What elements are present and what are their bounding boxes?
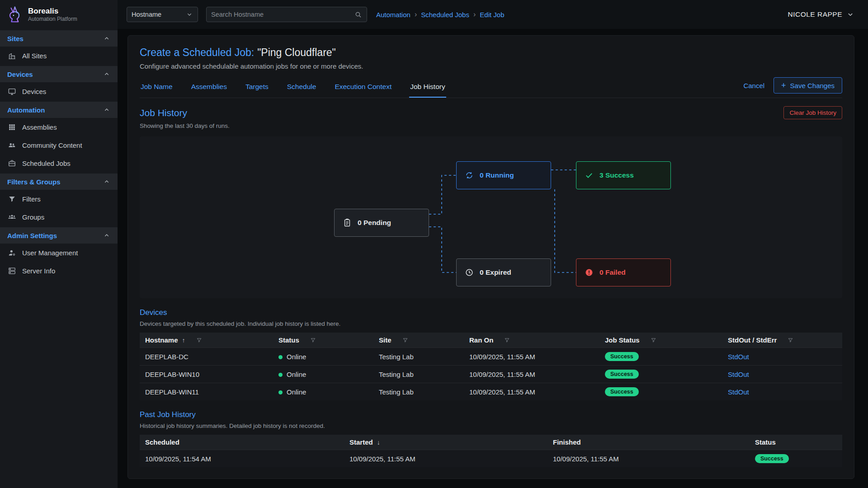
sidebar-item-scheduled-jobs[interactable]: Scheduled Jobs [0, 154, 118, 172]
column-header-hostname[interactable]: Hostname↑ [140, 333, 273, 348]
cell-status: Online [273, 366, 373, 383]
chevron-down-icon [846, 10, 854, 19]
flow-node-label: 0 Expired [480, 268, 511, 277]
sidebar-section-automation[interactable]: Automation [0, 102, 118, 118]
search-icon[interactable] [354, 11, 362, 19]
flow-node-failed[interactable]: 0 Failed [576, 258, 671, 286]
page-subtitle: Configure advanced schedulable automatio… [140, 62, 842, 70]
stdout-link[interactable]: StdOut [728, 371, 749, 378]
sidebar-section-label: Automation [7, 106, 45, 114]
column-header-job-status[interactable]: Job Status [599, 333, 722, 348]
sidebar-item-filters[interactable]: Filters [0, 190, 118, 208]
sidebar-item-user-management[interactable]: User Management [0, 244, 118, 262]
flow-node-label: 3 Success [599, 171, 634, 179]
sidebar-item-all-sites[interactable]: All Sites [0, 47, 118, 65]
clock-icon [465, 268, 474, 277]
breadcrumb-separator-icon: › [473, 10, 476, 19]
cell-site: Testing Lab [373, 348, 464, 366]
stdout-link[interactable]: StdOut [728, 388, 749, 396]
tab-job-history[interactable]: Job History [409, 78, 446, 98]
column-header-status[interactable]: Status [273, 333, 373, 348]
brand-text: Borealis Automation Platform [28, 7, 77, 22]
brand: Borealis Automation Platform [0, 0, 118, 29]
sidebar-item-devices[interactable]: Devices [0, 82, 118, 100]
column-label: Started [349, 438, 373, 446]
cell-job-status: Success [599, 366, 722, 383]
tab-schedule[interactable]: Schedule [286, 78, 317, 98]
column-header-ran-on[interactable]: Ran On [464, 333, 599, 348]
sidebar-item-label: Community Content [22, 141, 82, 149]
flow-node-expired[interactable]: 0 Expired [456, 258, 551, 286]
column-filter-icon[interactable] [310, 337, 316, 343]
column-header-started[interactable]: Started↓ [344, 435, 547, 450]
stdout-link[interactable]: StdOut [728, 353, 749, 361]
cancel-button[interactable]: Cancel [743, 82, 764, 89]
hostname-select[interactable]: Hostname [127, 7, 198, 22]
column-header-scheduled[interactable]: Scheduled [140, 435, 344, 450]
tab-targets[interactable]: Targets [245, 78, 269, 98]
column-header-status[interactable]: Status [750, 435, 842, 450]
chevron-up-icon [103, 232, 110, 239]
column-header-stdout-stderr[interactable]: StdOut / StdErr [722, 333, 842, 348]
people-icon [8, 141, 16, 150]
cell-scheduled: 10/09/2025, 11:54 AM [140, 450, 344, 468]
breadcrumb-scheduled-jobs[interactable]: Scheduled Jobs [421, 11, 469, 19]
column-filter-icon[interactable] [402, 337, 409, 343]
table-row[interactable]: 10/09/2025, 11:54 AM 10/09/2025, 11:55 A… [140, 450, 842, 468]
tab-job-name[interactable]: Job Name [140, 78, 174, 98]
devices-subtext: Devices targeted by this scheduled job. … [140, 320, 842, 327]
user-menu[interactable]: NICOLE RAPPE [788, 10, 854, 19]
tab-execution-context[interactable]: Execution Context [334, 78, 392, 98]
cell-ran-on: 10/09/2025, 11:55 AM [464, 366, 599, 383]
flow-node-pending[interactable]: 0 Pending [334, 209, 429, 237]
flow-node-label: 0 Pending [358, 219, 391, 227]
chevron-up-icon [103, 178, 110, 185]
column-filter-icon[interactable] [787, 337, 794, 343]
job-history-heading: Job History [140, 108, 187, 118]
cell-hostname: DEEPLAB-WIN10 [140, 366, 273, 383]
monitor-icon [8, 87, 16, 96]
flow-node-running[interactable]: 0 Running [456, 161, 551, 189]
column-filter-icon[interactable] [650, 337, 657, 343]
breadcrumb-automation[interactable]: Automation [376, 11, 410, 19]
column-label: Status [755, 438, 776, 446]
tab-assemblies[interactable]: Assemblies [190, 78, 228, 98]
sort-descending-icon[interactable]: ↓ [377, 439, 380, 446]
table-row[interactable]: DEEPLAB-WIN10 Online Testing Lab 10/09/2… [140, 366, 842, 383]
breadcrumb-separator-icon: › [415, 10, 417, 19]
cell-hostname: DEEPLAB-WIN11 [140, 383, 273, 401]
sidebar-item-community-content[interactable]: Community Content [0, 136, 118, 154]
tab-actions: Cancel + Save Changes [743, 77, 842, 98]
cell-hostname: DEEPLAB-DC [140, 348, 273, 366]
devices-table: Hostname↑ Status Site Ran On Job Status … [140, 333, 842, 400]
sidebar-item-server-info[interactable]: Server Info [0, 262, 118, 280]
sidebar-section-filters-groups[interactable]: Filters & Groups [0, 174, 118, 190]
sidebar-section-devices[interactable]: Devices [0, 66, 118, 82]
sidebar-item-assemblies[interactable]: Assemblies [0, 118, 118, 136]
sidebar-section-sites[interactable]: Sites [0, 30, 118, 47]
column-label: Status [278, 336, 299, 344]
column-label: Hostname [145, 336, 178, 344]
column-header-site[interactable]: Site [373, 333, 464, 348]
cell-site: Testing Lab [373, 366, 464, 383]
column-label: Site [379, 336, 392, 344]
cell-ran-on: 10/09/2025, 11:55 AM [464, 348, 599, 366]
breadcrumb-edit-job[interactable]: Edit Job [480, 11, 504, 19]
page-title-job-name: "Ping Cloudflare" [257, 47, 336, 58]
cell-site: Testing Lab [373, 383, 464, 401]
flow-node-success[interactable]: 3 Success [576, 161, 671, 189]
save-changes-button[interactable]: + Save Changes [774, 77, 842, 94]
sort-ascending-icon[interactable]: ↑ [182, 337, 185, 344]
column-filter-icon[interactable] [196, 337, 203, 343]
column-filter-icon[interactable] [504, 337, 510, 343]
sidebar-item-groups[interactable]: Groups [0, 208, 118, 226]
column-header-finished[interactable]: Finished [547, 435, 750, 450]
cell-ran-on: 10/09/2025, 11:55 AM [464, 383, 599, 401]
cell-stdout: StdOut [722, 383, 842, 401]
search-input[interactable] [211, 11, 351, 18]
table-row[interactable]: DEEPLAB-DC Online Testing Lab 10/09/2025… [140, 348, 842, 366]
apps-grid-icon [8, 123, 16, 131]
clear-job-history-button[interactable]: Clear Job History [783, 106, 842, 119]
table-row[interactable]: DEEPLAB-WIN11 Online Testing Lab 10/09/2… [140, 383, 842, 401]
sidebar-section-admin-settings[interactable]: Admin Settings [0, 227, 118, 244]
